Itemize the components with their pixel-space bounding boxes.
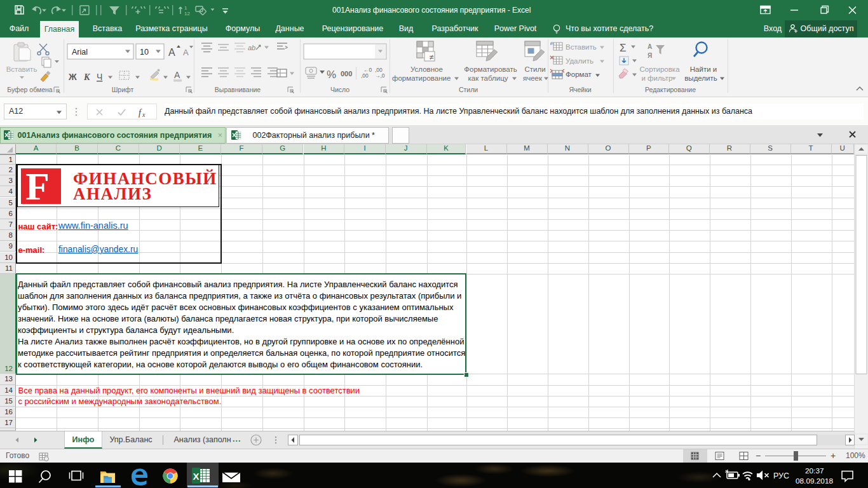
svg-text:Число: Число (330, 86, 349, 93)
svg-text:Я: Я (648, 52, 652, 59)
svg-text:Формат: Формат (566, 71, 592, 78)
svg-text:А: А (183, 48, 189, 57)
svg-text:Arial: Arial (72, 48, 88, 57)
svg-text:РУС: РУС (773, 471, 789, 480)
svg-text:10: 10 (140, 48, 149, 57)
svg-text:Буфер обмена: Буфер обмена (7, 86, 53, 93)
svg-text:Удалить: Удалить (566, 57, 593, 65)
svg-text:→,0: →,0 (375, 72, 385, 79)
svg-text:Ж: Ж (68, 72, 77, 82)
svg-text:Условное: Условное (410, 65, 443, 73)
svg-text:Выравнивание: Выравнивание (215, 86, 261, 93)
svg-text:Форматировать: Форматировать (464, 65, 517, 73)
svg-text:1: 1 (184, 5, 187, 11)
svg-text:Шрифт: Шрифт (112, 86, 134, 93)
svg-text:Найти и: Найти и (690, 65, 717, 73)
svg-text:Σ: Σ (620, 42, 627, 54)
svg-text:,00: ,00 (361, 72, 369, 79)
svg-text:08.09.2018: 08.09.2018 (796, 477, 833, 485)
svg-text:А: А (648, 43, 652, 50)
svg-text:Стили: Стили (459, 86, 478, 93)
svg-text:ячеек: ячеек (523, 74, 543, 82)
svg-text:000: 000 (341, 70, 352, 78)
svg-text:как таблицу: как таблицу (468, 74, 508, 82)
svg-text:x: x (142, 111, 146, 118)
svg-text:Ч: Ч (97, 72, 102, 82)
svg-text:Ячейки: Ячейки (569, 86, 591, 93)
svg-text:выделить: выделить (684, 74, 717, 82)
svg-text:К: К (83, 72, 91, 82)
svg-text:Вставить: Вставить (566, 43, 597, 51)
svg-text:Сортировка: Сортировка (639, 65, 680, 73)
svg-text:X: X (193, 471, 200, 482)
svg-text:ab: ab (248, 44, 255, 51)
svg-text:Стили: Стили (524, 65, 545, 73)
svg-text:форматирование: форматирование (392, 74, 451, 82)
svg-text:А: А (174, 70, 180, 80)
svg-text:и фильтр: и фильтр (642, 74, 673, 82)
svg-text:%: % (327, 69, 336, 81)
svg-text:Редактирование: Редактирование (645, 86, 696, 93)
svg-text:Вставить: Вставить (6, 65, 37, 73)
svg-text:А: А (168, 47, 175, 58)
svg-text:12: 12 (184, 11, 190, 17)
svg-text:≠: ≠ (430, 53, 434, 62)
svg-text:20:37: 20:37 (805, 466, 824, 475)
